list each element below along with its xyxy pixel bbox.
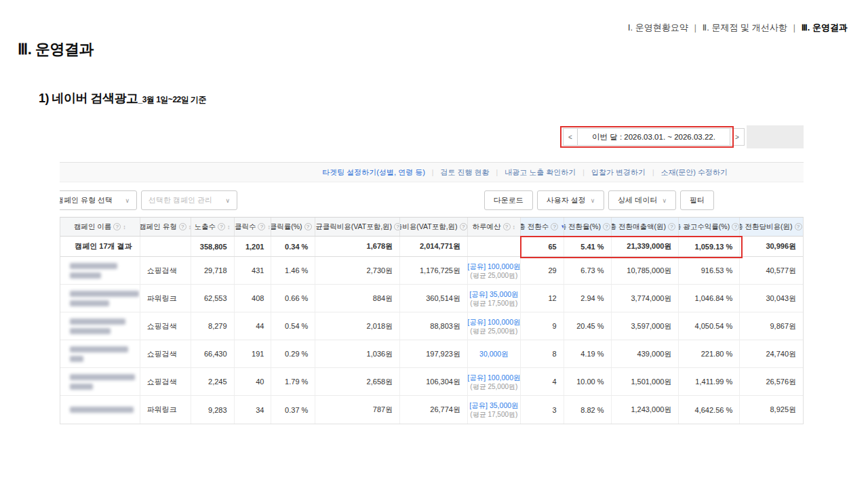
nav-separator: |	[694, 23, 696, 33]
help-icon[interactable]: ?	[732, 223, 739, 230]
prev-month-button[interactable]: <	[563, 128, 578, 146]
table-totals-row[interactable]: 캠페인 17개 결과358,8051,2010.34 %1,678원2,014,…	[60, 237, 803, 257]
column-header-revenue[interactable]: 총 전환매출액(원)?↕	[612, 218, 679, 236]
cell-conversions: 12	[521, 285, 564, 312]
nav-section-3: Ⅲ. 운영결과	[802, 22, 848, 34]
sort-icon[interactable]: ↕	[267, 224, 271, 230]
column-header-roas[interactable]: 총 광고수익률(%)?↕	[679, 218, 740, 236]
button-label: 상세 데이터	[618, 195, 657, 205]
cell-impressions: 62,553	[191, 285, 235, 312]
budget-amount: [공유] 100,000원	[468, 262, 521, 271]
quick-links-band: 타겟팅 설정하기(성별, 연령 등)|검토 진행 현황|내광고 노출 확인하기|…	[60, 162, 804, 182]
quick-link-4[interactable]: 입찰가 변경하기	[591, 167, 646, 178]
chevron-down-icon: ∨	[591, 197, 595, 204]
cell-ctr: 1.79 %	[271, 368, 315, 395]
toolbar-button-2[interactable]: 사용자 설정∨	[537, 190, 605, 210]
help-icon[interactable]: ?	[179, 223, 186, 230]
column-label: 캠페인 이름	[74, 222, 111, 232]
budget-average: (평균 25,000원)	[470, 382, 517, 391]
quick-link-5[interactable]: 소재(문안) 수정하기	[661, 167, 728, 178]
sort-icon[interactable]: ↕	[513, 224, 516, 230]
toolbar-button-4[interactable]: 필터	[680, 190, 714, 210]
nav-separator: |	[793, 23, 795, 33]
cell-ctr: 0.66 %	[271, 285, 315, 312]
slide-section-nav: Ⅰ. 운영현황요약|Ⅱ. 문제점 및 개선사항|Ⅲ. 운영결과	[628, 22, 848, 34]
cell-conversions: 65	[521, 237, 564, 256]
column-header-conversions[interactable]: 총 전환수?▼	[521, 218, 564, 236]
cell-cost: 106,304원	[400, 368, 468, 395]
cell-clicks: 191	[235, 340, 272, 367]
help-icon[interactable]: ?	[668, 223, 675, 230]
cell-revenue: 1,501,000원	[612, 368, 679, 395]
selected-campaign-manage-select[interactable]: 선택한 캠페인 관리 ∨	[141, 190, 237, 210]
next-month-button[interactable]: >	[730, 128, 745, 146]
column-header-budget[interactable]: 하루예산?↕	[468, 218, 521, 236]
table-row[interactable]: 쇼핑검색2,245401.79 %2,658원106,304원[공유] 100,…	[60, 368, 803, 396]
page-title: Ⅲ. 운영결과	[18, 39, 94, 60]
column-header-cvr[interactable]: 총 전환율(%)?↕	[564, 218, 612, 236]
table-row[interactable]: 쇼핑검색8,279440.54 %2,018원88,803원[공유] 100,0…	[60, 312, 803, 340]
help-icon[interactable]: ?	[258, 223, 265, 230]
column-header-type[interactable]: 캠페인 유형?↕	[140, 218, 191, 236]
column-header-cost[interactable]: 총비용(VAT포함,원)?↕	[400, 218, 468, 236]
column-header-cpc[interactable]: 평균클릭비용(VAT포함,원)?↕	[315, 218, 400, 236]
cell-name	[60, 312, 140, 340]
toolbar-button-1[interactable]: 다운로드	[484, 190, 533, 210]
cell-cpc: 1,036원	[315, 340, 400, 367]
chevron-down-icon: ∨	[225, 197, 230, 204]
column-header-ctr[interactable]: 클릭률(%)?↕	[271, 218, 315, 236]
help-icon[interactable]: ?	[113, 223, 121, 230]
table-row[interactable]: 쇼핑검색29,7184311.46 %2,730원1,176,725원[공유] …	[60, 257, 803, 285]
cell-cpa: 30,996원	[740, 237, 803, 256]
help-icon[interactable]: ?	[795, 223, 802, 230]
column-header-name[interactable]: 캠페인 이름?↕	[60, 218, 140, 236]
select-label: 선택한 캠페인 관리	[149, 195, 212, 205]
redacted-campaign-name	[70, 291, 139, 297]
column-header-cpa[interactable]: 총 전환당비용(원)?↕	[740, 218, 803, 236]
cell-impressions: 29,718	[191, 257, 235, 284]
cell-impressions: 8,279	[191, 312, 235, 340]
cell-type	[140, 237, 191, 256]
sort-icon[interactable]: ↕	[123, 224, 126, 230]
column-header-impressions[interactable]: 노출수?↕	[191, 218, 235, 236]
help-icon[interactable]: ?	[218, 223, 225, 230]
cell-cpc: 2,730원	[315, 257, 400, 284]
table-row[interactable]: 파워링크9,283340.37 %787원26,774원[공유] 35,000원…	[60, 396, 803, 424]
cell-cost: 26,774원	[400, 396, 468, 424]
cell-cpa: 30,043원	[740, 285, 803, 312]
column-label: 하루예산	[473, 222, 501, 232]
table-row[interactable]: 쇼핑검색66,4301910.29 %1,036원197,923원30,000원…	[60, 340, 803, 368]
help-icon[interactable]: ?	[503, 223, 511, 230]
cell-type: 파워링크	[140, 396, 191, 424]
table-row[interactable]: 파워링크62,5534080.66 %884원360,514원[공유] 35,0…	[60, 285, 803, 312]
subtitle-main: 1) 네이버 검색광고	[39, 92, 138, 105]
column-label: 총 전환율(%)	[564, 222, 601, 232]
help-icon[interactable]: ?	[460, 223, 467, 230]
cell-clicks: 44	[235, 312, 272, 340]
link-separator: |	[496, 169, 498, 176]
help-icon[interactable]: ?	[304, 223, 312, 230]
cell-cpc: 1,678원	[315, 237, 400, 256]
cell-cost: 2,014,771원	[400, 237, 468, 256]
quick-link-1[interactable]: 타겟팅 설정하기(성별, 연령 등)	[322, 167, 425, 178]
help-icon[interactable]: ?	[394, 223, 400, 230]
link-separator: |	[432, 169, 434, 176]
link-separator: |	[583, 169, 585, 176]
column-header-clicks[interactable]: 클릭수?↕	[235, 218, 272, 236]
cell-cpa: 8,925원	[740, 396, 803, 424]
quick-link-3[interactable]: 내광고 노출 확인하기	[505, 167, 576, 178]
cell-type: 파워링크	[140, 285, 191, 312]
date-range-label[interactable]: 이번 달 : 2026.03.01. ~ 2026.03.22.	[578, 128, 730, 146]
toolbar-button-3[interactable]: 상세 데이터∨	[608, 190, 676, 210]
cell-name	[60, 396, 140, 424]
column-label: 노출수	[195, 222, 216, 232]
help-icon[interactable]: ?	[551, 223, 558, 230]
campaign-type-select[interactable]: 캠페인 유형 선택 ∨	[60, 190, 137, 210]
chevron-down-icon: ∨	[662, 197, 667, 204]
cell-budget: [공유] 35,000원(평균 17,500원)	[468, 396, 521, 424]
sort-icon[interactable]: ↕	[227, 224, 231, 230]
quick-link-2[interactable]: 검토 진행 현황	[440, 167, 489, 178]
cell-revenue: 3,597,000원	[612, 312, 679, 340]
help-icon[interactable]: ?	[603, 223, 610, 230]
redacted-campaign-name	[70, 374, 135, 380]
